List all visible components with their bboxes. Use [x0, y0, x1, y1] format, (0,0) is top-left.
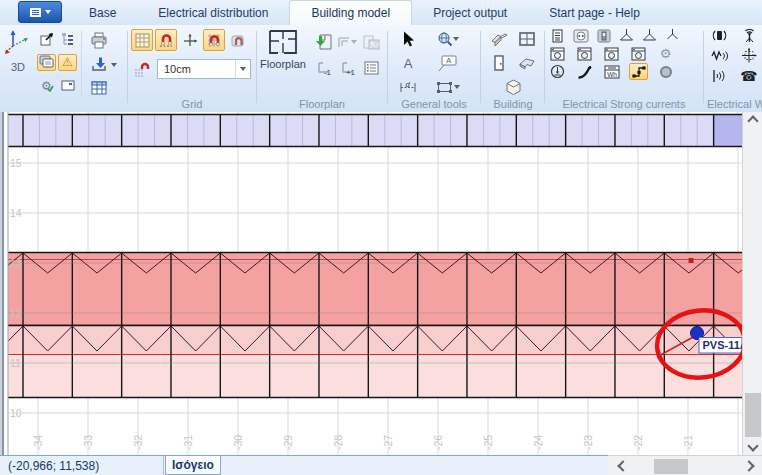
tab-base[interactable]: Base: [68, 1, 137, 25]
equipment-gear-button[interactable]: ⚙: [656, 45, 675, 62]
group-label-building: Building: [482, 98, 544, 110]
canvas-left-edge: [0, 112, 2, 455]
lamp-button-1[interactable]: [617, 27, 636, 44]
door-tool-button[interactable]: [488, 52, 510, 74]
red-mark: [689, 258, 694, 263]
floorplan-image-button[interactable]: [360, 31, 382, 53]
svg-text:-23: -23: [582, 435, 594, 450]
group-label-electrical-strong: Electrical Strong currents: [546, 98, 702, 110]
import-floorplan-button[interactable]: [312, 31, 334, 53]
speaker-button[interactable]: [710, 27, 729, 44]
group-electrical-weak: ☎ Electrical We: [706, 25, 762, 111]
phone-icon: ☎: [740, 69, 757, 83]
lower-wall-band: [0, 326, 742, 398]
label-tool-button[interactable]: A: [429, 52, 467, 74]
axis-3d-block[interactable]: 3D: [2, 29, 34, 99]
appliance-button-1[interactable]: [548, 45, 567, 62]
vertical-scrollbar-thumb[interactable]: [745, 393, 761, 437]
snap-line-button[interactable]: [155, 29, 177, 51]
wiring-route-button[interactable]: [629, 63, 648, 80]
import-export-button[interactable]: [86, 53, 112, 75]
meter-button[interactable]: Wh: [602, 63, 621, 80]
tables-button[interactable]: [86, 77, 112, 99]
tab-electrical-distribution[interactable]: Electrical distribution: [137, 1, 289, 25]
vertical-scrollbar[interactable]: [742, 112, 762, 455]
chevron-down-icon: [747, 440, 758, 451]
zoom-caret: [453, 37, 459, 41]
move-node-button[interactable]: [740, 47, 759, 64]
floorplan-corner-icon: [337, 36, 351, 49]
appliance-icon: [550, 47, 565, 61]
ortho-axes-button[interactable]: [179, 29, 201, 51]
select-cursor-button[interactable]: [397, 28, 419, 50]
cable-icon: [577, 65, 592, 79]
application-menu-button[interactable]: [18, 1, 62, 23]
object-3d-button[interactable]: [502, 76, 524, 98]
floorplan-button[interactable]: Floorplan: [258, 25, 308, 91]
warnings-button[interactable]: ⚠: [58, 54, 77, 71]
signal-button[interactable]: [710, 67, 729, 84]
scroll-right-button[interactable]: [738, 456, 760, 475]
grounding-button[interactable]: [548, 63, 567, 80]
floor-list-button[interactable]: [360, 57, 382, 79]
sound-wave-button[interactable]: [710, 47, 729, 64]
group-building: Building: [482, 25, 544, 111]
switch-button[interactable]: [594, 27, 613, 44]
window-tool-button[interactable]: [516, 28, 538, 50]
svg-text:Wh: Wh: [607, 70, 617, 77]
scroll-left-button[interactable]: [612, 456, 634, 475]
fit-view-button[interactable]: [37, 30, 56, 47]
svg-text:-31: -31: [182, 435, 194, 450]
svg-text:-32: -32: [132, 435, 144, 450]
svg-text:10: 10: [10, 407, 22, 419]
distribution-panel-button[interactable]: [548, 27, 567, 44]
drawing-canvas[interactable]: 151413121110-34-33-32-31-30-29-28-27-26-…: [0, 112, 742, 455]
floor-down-button[interactable]: -1: [312, 57, 334, 79]
dimension-tool-button[interactable]: d: [397, 76, 419, 98]
lamp-button-2[interactable]: [640, 27, 659, 44]
wall-tool-button[interactable]: [488, 28, 510, 50]
scroll-down-button[interactable]: [743, 437, 762, 455]
text-tool-button[interactable]: A: [397, 52, 419, 74]
door-icon: [493, 55, 505, 71]
wall-icon: [490, 31, 508, 47]
manage-floorplan-caret: [351, 40, 357, 44]
appliance-button-2[interactable]: [575, 45, 594, 62]
telephone-button[interactable]: ☎: [740, 67, 759, 84]
group-label-floorplan: Floorplan: [258, 98, 386, 110]
tab-start-page-help[interactable]: Start page - Help: [528, 1, 661, 25]
snap-grid-button[interactable]: [203, 29, 225, 51]
snap-object-button[interactable]: [227, 29, 249, 51]
tree-view-button[interactable]: [58, 30, 77, 47]
selection-frame-button[interactable]: [429, 76, 467, 98]
floorplan-icon: [268, 29, 298, 55]
grid-size-combobox[interactable]: 10cm: [157, 59, 251, 79]
manage-floorplan-button[interactable]: [336, 31, 358, 53]
zoom-button[interactable]: [429, 28, 467, 50]
print-button[interactable]: [86, 29, 112, 51]
properties-window-button[interactable]: [58, 77, 77, 94]
appliance-button-4[interactable]: [629, 45, 648, 62]
grid-size-caret[interactable]: [235, 60, 250, 78]
horizontal-scrollbar[interactable]: [608, 455, 762, 475]
canvas-svg[interactable]: 151413121110-34-33-32-31-30-29-28-27-26-…: [0, 112, 742, 455]
floor-tab-ground[interactable]: Ισόγειο: [165, 456, 221, 475]
junction-button[interactable]: [656, 63, 675, 80]
appliance-button-3[interactable]: [602, 45, 621, 62]
grid-step-button[interactable]: [131, 58, 153, 80]
slab-tool-button[interactable]: [516, 52, 538, 74]
horizontal-scrollbar-thumb[interactable]: [654, 459, 688, 474]
lamp-button-3[interactable]: [663, 27, 682, 44]
settings-check-button[interactable]: ⚙: [37, 77, 56, 94]
cable-button[interactable]: [575, 63, 594, 80]
tab-building-model[interactable]: Building model: [289, 0, 412, 25]
layers-manager-button[interactable]: [37, 54, 56, 71]
antenna-button[interactable]: [740, 27, 759, 44]
group-label-electrical-weak: Electrical We: [706, 98, 762, 110]
floor-up-button[interactable]: +1: [336, 57, 358, 79]
tab-project-output[interactable]: Project output: [412, 1, 528, 25]
scroll-up-button[interactable]: [743, 112, 762, 130]
socket-button[interactable]: [571, 27, 590, 44]
grid-toggle-button[interactable]: [131, 29, 153, 51]
svg-text:15: 15: [10, 157, 22, 169]
